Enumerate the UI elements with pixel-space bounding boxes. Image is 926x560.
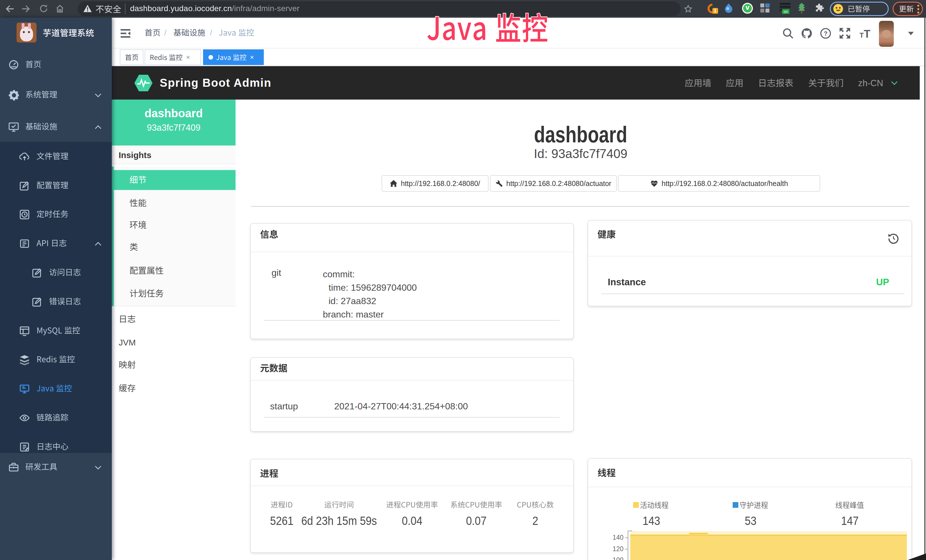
svg-text:?: ? (824, 30, 827, 37)
svg-text:on: on (784, 9, 788, 14)
